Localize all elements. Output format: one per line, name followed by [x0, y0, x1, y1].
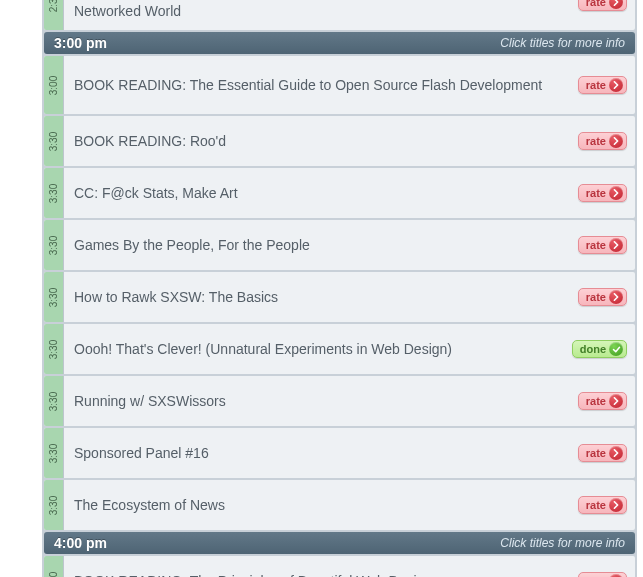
- event-time-cell: 2:30: [44, 0, 64, 30]
- event-row: 3:30The Ecosystem of Newsrate: [44, 480, 635, 530]
- rate-label: rate: [586, 239, 606, 251]
- event-row: 3:30Oooh! That's Clever! (Unnatural Expe…: [44, 324, 635, 374]
- event-row: 3:30BOOK READING: Roo'drate: [44, 116, 635, 166]
- done-label: done: [580, 343, 606, 355]
- time-header-hour: 4:00 pm: [54, 532, 107, 554]
- rate-label: rate: [586, 79, 606, 91]
- rate-label: rate: [586, 187, 606, 199]
- rate-label: rate: [586, 135, 606, 147]
- chevron-right-icon: [609, 394, 623, 408]
- event-time: 3:30: [48, 443, 59, 462]
- rate-button[interactable]: rate: [578, 572, 627, 577]
- time-header-hint: Click titles for more info: [500, 532, 625, 554]
- event-action-cell: rate: [565, 376, 635, 426]
- event-row: 3:30Running w/ SXSWissorsrate: [44, 376, 635, 426]
- event-action-cell: rate: [565, 56, 635, 114]
- check-icon: [609, 342, 623, 356]
- rate-button[interactable]: rate: [578, 444, 627, 462]
- event-row: 3:30Games By the People, For the Peopler…: [44, 220, 635, 270]
- event-time: 3:30: [48, 183, 59, 202]
- rate-button[interactable]: rate: [578, 76, 627, 94]
- rate-label: rate: [586, 0, 606, 8]
- event-action-cell: rate: [565, 168, 635, 218]
- event-row: 2:30BOOK READING: GameChangers - Improvi…: [44, 0, 635, 30]
- time-header: 4:00 pmClick titles for more info: [44, 532, 635, 554]
- event-title[interactable]: How to Rawk SXSW: The Basics: [64, 272, 565, 322]
- event-action-cell: rate: [565, 220, 635, 270]
- event-title[interactable]: CC: F@ck Stats, Make Art: [64, 168, 565, 218]
- event-time: 3:30: [48, 131, 59, 150]
- event-title[interactable]: BOOK READING: The Essential Guide to Ope…: [64, 56, 565, 114]
- event-time: 3:30: [48, 495, 59, 514]
- event-action-cell: rate: [565, 556, 635, 577]
- event-time-cell: 3:30: [44, 428, 64, 478]
- time-header-hour: 3:00 pm: [54, 32, 107, 54]
- event-row: 3:30How to Rawk SXSW: The Basicsrate: [44, 272, 635, 322]
- rate-button[interactable]: rate: [578, 496, 627, 514]
- event-title[interactable]: BOOK READING: The Principles of Beautifu…: [64, 556, 565, 577]
- event-action-cell: done: [565, 324, 635, 374]
- time-header: 3:00 pmClick titles for more info: [44, 32, 635, 54]
- chevron-right-icon: [609, 186, 623, 200]
- done-button[interactable]: done: [572, 340, 627, 358]
- event-title[interactable]: The Ecosystem of News: [64, 480, 565, 530]
- event-title[interactable]: Sponsored Panel #16: [64, 428, 565, 478]
- rate-button[interactable]: rate: [578, 0, 627, 11]
- rate-button[interactable]: rate: [578, 184, 627, 202]
- event-time: 3:30: [48, 391, 59, 410]
- event-time-cell: 3:30: [44, 324, 64, 374]
- event-action-cell: rate: [565, 480, 635, 530]
- rate-button[interactable]: rate: [578, 288, 627, 306]
- event-action-cell: rate: [565, 116, 635, 166]
- event-time-cell: 3:30: [44, 376, 64, 426]
- event-title[interactable]: Games By the People, For the People: [64, 220, 565, 270]
- event-time: 3:30: [48, 287, 59, 306]
- event-action-cell: rate: [565, 0, 635, 30]
- chevron-right-icon: [609, 498, 623, 512]
- chevron-right-icon: [609, 290, 623, 304]
- event-row: 3:30CC: F@ck Stats, Make Artrate: [44, 168, 635, 218]
- rate-label: rate: [586, 395, 606, 407]
- event-time: 3:30: [48, 339, 59, 358]
- event-time-cell: 3:30: [44, 220, 64, 270]
- event-row: 4:00BOOK READING: The Principles of Beau…: [44, 556, 635, 577]
- event-time: 4:00: [48, 571, 59, 577]
- chevron-right-icon: [609, 78, 623, 92]
- event-time: 3:30: [48, 235, 59, 254]
- event-time-cell: 3:00: [44, 56, 64, 114]
- event-action-cell: rate: [565, 428, 635, 478]
- rate-label: rate: [586, 291, 606, 303]
- event-time: 2:30: [48, 0, 59, 12]
- event-title[interactable]: Oooh! That's Clever! (Unnatural Experime…: [64, 324, 565, 374]
- event-time-cell: 3:30: [44, 168, 64, 218]
- event-row: 3:30Sponsored Panel #16rate: [44, 428, 635, 478]
- event-time-cell: 3:30: [44, 116, 64, 166]
- rate-label: rate: [586, 499, 606, 511]
- event-time: 3:00: [48, 75, 59, 94]
- chevron-right-icon: [609, 446, 623, 460]
- event-action-cell: rate: [565, 272, 635, 322]
- chevron-right-icon: [609, 0, 623, 9]
- event-title[interactable]: BOOK READING: Roo'd: [64, 116, 565, 166]
- rate-button[interactable]: rate: [578, 236, 627, 254]
- event-time-cell: 4:00: [44, 556, 64, 577]
- event-title[interactable]: BOOK READING: GameChangers - Improvisati…: [64, 0, 565, 30]
- time-header-hint: Click titles for more info: [500, 32, 625, 54]
- event-time-cell: 3:30: [44, 480, 64, 530]
- rate-button[interactable]: rate: [578, 392, 627, 410]
- chevron-right-icon: [609, 238, 623, 252]
- event-time-cell: 3:30: [44, 272, 64, 322]
- chevron-right-icon: [609, 134, 623, 148]
- rate-button[interactable]: rate: [578, 132, 627, 150]
- event-title[interactable]: Running w/ SXSWissors: [64, 376, 565, 426]
- rate-label: rate: [586, 447, 606, 459]
- event-row: 3:00BOOK READING: The Essential Guide to…: [44, 56, 635, 114]
